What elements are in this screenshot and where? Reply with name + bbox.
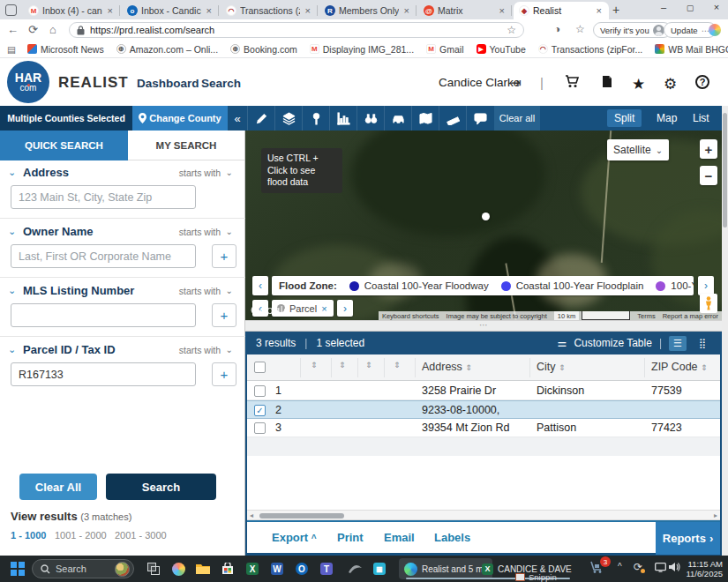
back-icon[interactable]: ← [7,23,19,36]
bookmark-item[interactable]: MDisplaying IMG_281... [304,44,420,55]
word-icon[interactable]: W [268,560,286,578]
bookmark-item[interactable]: MGmail [420,44,469,55]
basemap-select[interactable]: Satellite ⌄ [607,139,669,160]
nav-dashboard[interactable]: Dashboard [137,77,199,90]
binoculars-icon[interactable] [356,106,384,131]
tab-search-icon[interactable] [5,4,17,16]
clear-all-button[interactable]: Clear All [19,474,97,500]
notification-app-icon[interactable]: 3 [589,560,604,577]
page-range-2[interactable]: 1001 - 2000 [55,530,107,541]
table-row[interactable]: 3 39354 Mt Zion Rd Pattison 77423 [247,419,720,437]
sort-icon[interactable]: ⇕ [394,361,401,369]
pushpin-icon[interactable] [302,106,329,131]
email-button[interactable]: Email [384,531,415,544]
task-view-icon[interactable] [145,560,162,578]
bookmark-item[interactable]: ◠Transactions (zipFor... [532,44,649,55]
report-map-error-link[interactable]: Report a map error [659,311,722,320]
home-icon[interactable]: ⌂ [49,23,56,36]
comment-icon[interactable] [466,106,493,131]
close-button[interactable]: × [706,2,727,12]
map-panel[interactable]: Use CTRL + Click to see flood data Satel… [245,131,722,320]
browser-tab[interactable]: R Members Only Area × [319,2,417,19]
bookmark-item[interactable]: Microsoft News [21,44,110,55]
draw-tool-icon[interactable] [247,106,274,131]
bookmark-star-icon[interactable]: ☆ [507,24,516,36]
table-row-selected[interactable]: ✓ 2 9233-08-10000, [247,400,720,419]
browser-tab[interactable]: o Inbox - Candice Clar × [122,2,219,19]
add-owner-button[interactable]: + [212,244,236,268]
legend-next-icon[interactable]: › [698,276,714,295]
file-explorer-icon[interactable] [194,560,212,578]
url-field[interactable]: https://prd.realist.com/search ☆ [69,22,524,38]
table-row[interactable]: 1 3258 Prairie Dr Dickinson 77539 [247,382,720,400]
keyboard-shortcuts-link[interactable]: Keyboard shortcuts [379,311,443,320]
tab-close-icon[interactable]: × [498,5,507,16]
user-name[interactable]: Candice Clarke [439,76,520,89]
microsoft-store-icon[interactable] [219,560,236,578]
ruler-icon[interactable] [439,106,466,131]
panel-resize-handle[interactable]: ⋯ [245,320,722,332]
refresh-icon[interactable]: ⟳ [28,23,38,36]
app-blue-icon[interactable]: ▦ [371,560,388,578]
sort-icon[interactable]: ⇕ [311,361,318,369]
chevron-down-icon[interactable]: ⌄ [8,285,16,296]
column-city[interactable]: City ⇕ [537,361,566,373]
parcel-next-icon[interactable]: › [337,300,353,317]
favorites-bar-icon[interactable]: ☆ [575,23,585,35]
add-mls-button[interactable]: + [212,303,236,327]
taskbar-clock[interactable]: 11:15 AM 11/6/2025 [684,559,723,579]
horizontal-scrollbar[interactable]: ◂ ▸ [247,510,720,520]
bookmark-item[interactable]: ⊕Booking.com [224,44,304,55]
sidebar-panel-icon[interactable]: ▤ [7,44,16,55]
maximize-button[interactable]: ▢ [679,4,701,12]
tab-close-icon[interactable]: × [304,5,312,16]
browser-tab-active[interactable]: ◆ Realist × [514,2,609,19]
change-county-button[interactable]: Change County [132,106,228,131]
clear-all-map-button[interactable]: Clear all [494,106,540,131]
chevron-down-icon[interactable]: ⌄ [8,226,16,237]
bookmark-item[interactable]: WB Mail BHGG [649,44,728,55]
excel-icon[interactable]: X [244,560,261,578]
browser-tab[interactable]: ◠ Transactions (zipFor × [221,2,318,19]
network-monitor-icon[interactable] [655,563,666,575]
chevron-down-icon[interactable]: ⌄ [226,227,233,236]
sort-icon[interactable]: ⇕ [339,361,346,369]
chevron-down-icon[interactable]: ⌄ [8,344,16,355]
zoom-in-button[interactable]: + [700,139,717,159]
mls-number-input[interactable] [11,303,196,327]
list-view-icon[interactable]: ☰ [669,336,687,351]
chevron-down-icon[interactable]: ⌄ [226,345,233,354]
view-list-button[interactable]: List [686,109,717,127]
counties-selected-button[interactable]: Multiple Counties Selected [0,106,132,131]
page-range-3[interactable]: 2001 - 3000 [115,530,167,541]
search-button[interactable]: Search [106,474,216,500]
labels-button[interactable]: Labels [434,531,470,544]
bookmark-item[interactable]: ▶YouTube [470,44,532,55]
chevron-down-icon[interactable]: ⌄ [226,286,233,295]
add-parcel-button[interactable]: + [212,362,236,386]
tab-close-icon[interactable]: × [595,5,604,16]
browser-tab[interactable]: @ Matrix × [418,2,512,19]
favorites-star-icon[interactable]: ★ [632,75,645,93]
split-screen-icon[interactable]: ◑ [554,23,560,35]
outlook-icon[interactable]: O [293,560,311,578]
vertical-scrollbar[interactable] [722,106,728,556]
cart-icon[interactable] [565,75,580,91]
bing-daily-image[interactable] [115,562,130,577]
chevron-down-icon[interactable]: ⌄ [8,167,16,178]
har-logo[interactable]: HAR com [7,61,49,103]
select-all-checkbox[interactable] [254,362,266,373]
sort-icon[interactable]: ⇕ [365,361,372,369]
map-marker[interactable] [482,213,490,220]
row-checkbox[interactable] [254,385,266,397]
browser-tab[interactable]: M Inbox (4) - candicew × [23,2,120,19]
layers-icon[interactable] [274,106,302,131]
pegman-icon[interactable] [700,294,717,313]
column-zip[interactable]: ZIP Code ⇕ [651,361,708,373]
export-button[interactable]: Export ^ [272,531,317,544]
zoom-out-button[interactable]: − [700,166,717,185]
chart-icon[interactable] [329,106,356,131]
scrollbar-thumb[interactable] [259,513,344,519]
tab-close-icon[interactable]: × [106,5,115,16]
scrollbar-thumb[interactable] [723,113,727,228]
